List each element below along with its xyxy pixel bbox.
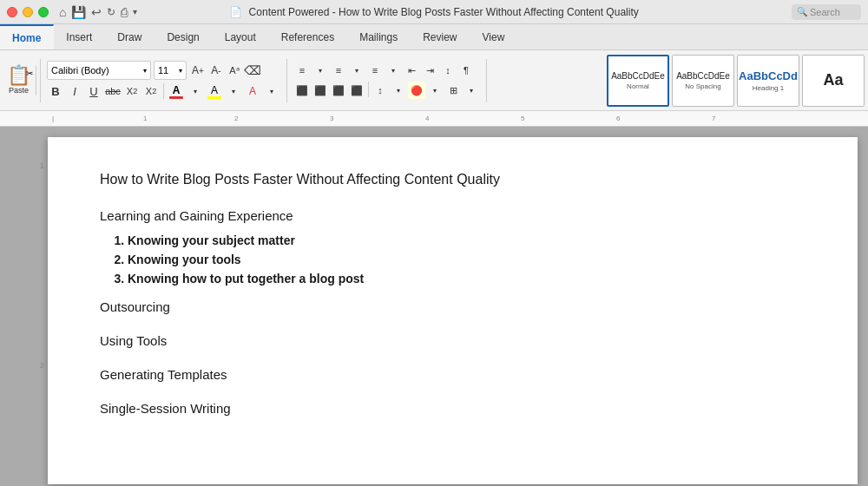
font-shrink-btn[interactable]: A-: [207, 62, 225, 79]
italic-button[interactable]: I: [66, 82, 83, 100]
tab-draw[interactable]: Draw: [105, 24, 155, 49]
pilcrow-btn[interactable]: ¶: [457, 62, 475, 79]
divider-3: [486, 59, 487, 102]
search-area: 🔍 Search: [792, 4, 861, 20]
page-markers: 1 2: [40, 144, 48, 370]
document-title: How to Write Blog Posts Faster Without A…: [100, 172, 806, 187]
maximize-button[interactable]: [38, 7, 49, 17]
multilevel-dropdown[interactable]: ▾: [385, 62, 402, 79]
ruler-mark-5: 4: [425, 115, 429, 122]
increase-indent-btn[interactable]: ⇥: [421, 62, 438, 79]
redo-icon[interactable]: ↻: [107, 6, 115, 18]
align-left-btn[interactable]: ⬛: [293, 82, 311, 99]
print-icon[interactable]: ⎙: [121, 5, 128, 19]
divider-1: [40, 59, 41, 102]
minimize-button[interactable]: [23, 7, 33, 17]
align-center-btn[interactable]: ⬛: [312, 82, 329, 99]
numbering-dropdown[interactable]: ▾: [348, 62, 365, 79]
format-divider: [163, 83, 164, 99]
superscript-button[interactable]: X2: [142, 82, 160, 100]
tab-mailings[interactable]: Mailings: [347, 24, 411, 49]
document-page: How to Write Blog Posts Faster Without A…: [48, 137, 858, 484]
text-color2-dropdown[interactable]: ▾: [263, 82, 280, 100]
decrease-indent-btn[interactable]: ⇤: [403, 62, 420, 79]
paragraph-group: ≡ ▾ ≡ ▾ ≡ ▾ ⇤ ⇥ ↕ ¶ ⬛ ⬛ ⬛ ⬛ ↕ ▾ 🔴 ▾ ⊞ ▾: [291, 62, 483, 99]
align-buttons: ⬛ ⬛ ⬛ ⬛ ↕ ▾ 🔴 ▾ ⊞ ▾: [293, 82, 480, 99]
font-group: Calibri (Body) ▾ 11 ▾ A+ A- Aᵃ ⌫ B I U a…: [44, 61, 283, 100]
list-buttons: ≡ ▾ ≡ ▾ ≡ ▾ ⇤ ⇥ ↕ ¶: [293, 62, 480, 79]
font-name-text: Calibri (Body): [51, 65, 109, 76]
section-tools: Using Tools: [100, 333, 806, 348]
home-icon[interactable]: ⌂: [59, 5, 66, 19]
search-icon: 🔍: [797, 7, 807, 16]
numbering-btn[interactable]: ≡: [330, 62, 347, 79]
tab-home[interactable]: Home: [0, 24, 54, 49]
font-size-selector[interactable]: 11 ▾: [154, 61, 187, 80]
ribbon-toolbar: 📋 ✂ Paste Calibri (Body) ▾ 11 ▾ A+ A- Aᵃ…: [0, 50, 868, 111]
ruler-mark-2: 1: [143, 115, 147, 122]
font-name-selector[interactable]: Calibri (Body) ▾: [47, 61, 151, 80]
undo-icon[interactable]: ↩: [91, 5, 102, 19]
font-size-text: 11: [158, 65, 168, 76]
ruler-mark-4: 3: [330, 115, 333, 122]
toolbar-icons: ⌂ 💾 ↩ ↻ ⎙ ▾: [59, 5, 137, 19]
font-color-dropdown[interactable]: ▾: [187, 82, 204, 100]
subscript-button[interactable]: X2: [123, 82, 141, 100]
align-divider: [368, 82, 369, 97]
underline-button[interactable]: U: [85, 82, 102, 100]
dropdown-icon[interactable]: ▾: [133, 7, 137, 16]
tab-review[interactable]: Review: [411, 24, 470, 49]
align-right-btn[interactable]: ⬛: [330, 82, 347, 99]
font-grow-btn[interactable]: A+: [189, 62, 207, 79]
line-spacing-btn[interactable]: ↕: [372, 82, 389, 99]
highlight-color-btn[interactable]: A: [206, 84, 223, 99]
paste-area[interactable]: 📋 ✂ Paste: [2, 66, 36, 95]
ruler-mark-3: 2: [234, 115, 238, 122]
tab-references[interactable]: References: [269, 24, 347, 49]
section-outsourcing: Outsourcing: [100, 299, 806, 314]
style-h1-preview: AaBbCcDd: [739, 69, 798, 82]
title-bar: ⌂ 💾 ↩ ↻ ⎙ ▾ 📄 Content Powered - How to W…: [0, 0, 868, 24]
paste-label: Paste: [9, 86, 29, 95]
tab-layout[interactable]: Layout: [213, 24, 269, 49]
ruler-mark-8: 7: [712, 115, 715, 122]
style-normal-preview: AaBbCcDdEe: [611, 71, 665, 81]
document-area: 1 2 How to Write Blog Posts Faster Witho…: [0, 127, 868, 486]
style-normal-label: Normal: [627, 82, 649, 90]
bold-button[interactable]: B: [47, 82, 64, 100]
strikethrough-button[interactable]: abc: [104, 82, 122, 100]
sort-btn[interactable]: ↕: [439, 62, 457, 79]
tab-design[interactable]: Design: [155, 24, 212, 49]
border-dropdown[interactable]: ▾: [463, 82, 480, 99]
tab-view[interactable]: View: [470, 24, 518, 49]
border-btn[interactable]: ⊞: [444, 82, 462, 99]
bullets-btn[interactable]: ≡: [293, 62, 311, 79]
line-spacing-dropdown[interactable]: ▾: [390, 82, 407, 99]
page-marker-3: 2: [40, 344, 44, 370]
font-dropdown-icon: ▾: [143, 67, 147, 75]
list-item-1: Knowing your subject matter: [128, 233, 806, 247]
multilevel-btn[interactable]: ≡: [366, 62, 384, 79]
align-justify-btn[interactable]: ⬛: [348, 82, 365, 99]
tab-insert[interactable]: Insert: [54, 24, 105, 49]
font-case-btn[interactable]: Aᵃ: [226, 62, 243, 79]
save-icon[interactable]: 💾: [71, 5, 86, 19]
shading-dropdown[interactable]: ▾: [426, 82, 444, 99]
search-box[interactable]: 🔍 Search: [792, 4, 861, 20]
ruler: | 1 2 3 4 5 6 7: [0, 111, 868, 127]
highlight-dropdown[interactable]: ▾: [225, 82, 242, 100]
page-marker-2: [40, 170, 44, 344]
style-no-spacing[interactable]: AaBbCcDdEe No Spacing: [672, 55, 734, 107]
text-color2-btn[interactable]: A: [244, 82, 261, 100]
style-normal[interactable]: AaBbCcDdEe Normal: [607, 55, 669, 107]
style-heading1[interactable]: AaBbCcDd Heading 1: [737, 55, 799, 107]
close-button[interactable]: [7, 7, 17, 17]
shading-btn[interactable]: 🔴: [408, 82, 425, 99]
bullets-dropdown[interactable]: ▾: [312, 62, 329, 79]
scissors-icon: ✂: [26, 69, 33, 78]
font-color-btn[interactable]: A: [168, 84, 185, 99]
traffic-lights: [7, 7, 49, 17]
style-extra[interactable]: Aa: [802, 55, 865, 107]
clear-format-btn[interactable]: ⌫: [244, 62, 261, 79]
window-title: 📄 Content Powered - How to Write Blog Po…: [229, 6, 638, 18]
